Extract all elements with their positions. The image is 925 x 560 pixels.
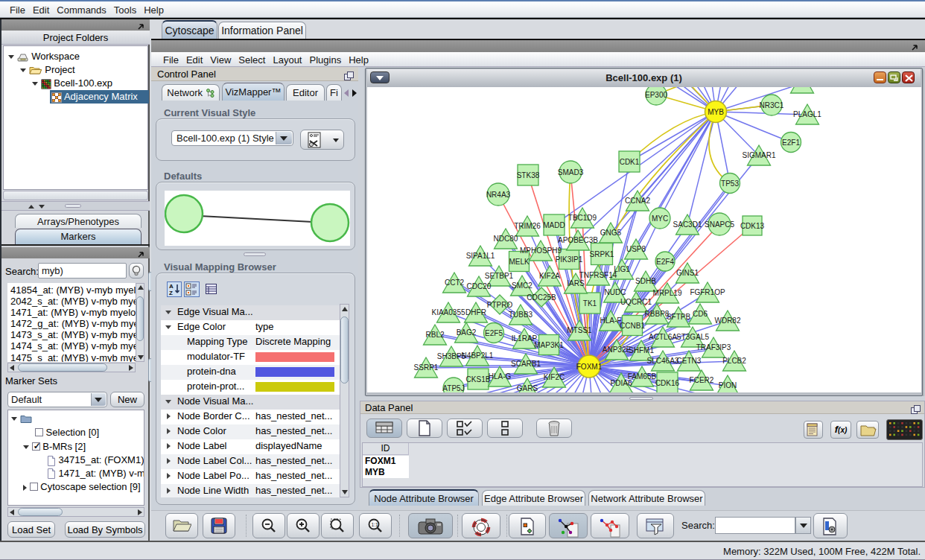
svg-text:WDR82: WDR82 <box>714 316 740 325</box>
svg-text:FOXM1: FOXM1 <box>576 363 603 371</box>
svg-text:HLA-F: HLA-F <box>600 316 622 325</box>
svg-text:PLCB2: PLCB2 <box>722 357 746 365</box>
svg-text:USP8: USP8 <box>626 245 646 253</box>
svg-text:E2F1: E2F1 <box>782 139 800 147</box>
svg-text:MADD: MADD <box>543 221 565 229</box>
svg-text:Z: Z <box>169 290 173 296</box>
svg-text:SAC3D1: SAC3D1 <box>673 220 702 229</box>
svg-text:RBBP8: RBBP8 <box>645 310 670 318</box>
svg-text:UQCRC1: UQCRC1 <box>620 298 652 306</box>
svg-text:1:1: 1:1 <box>372 522 378 527</box>
svg-text:TRIM26: TRIM26 <box>514 222 541 230</box>
svg-text:CDK13: CDK13 <box>740 222 765 230</box>
svg-text:KIF2A: KIF2A <box>539 272 560 280</box>
svg-text:MYC: MYC <box>652 214 668 223</box>
svg-text:CDK1: CDK1 <box>620 158 640 166</box>
svg-text:GINS1: GINS1 <box>676 269 699 277</box>
svg-text:DHFR: DHFR <box>465 308 486 316</box>
svg-text:N4BP2L1: N4BP2L1 <box>462 351 494 360</box>
svg-text:MTSS1: MTSS1 <box>567 326 592 334</box>
svg-text:TK1: TK1 <box>583 299 597 308</box>
svg-text:SSRP1: SSRP1 <box>414 363 439 372</box>
svg-text:TBC1D9: TBC1D9 <box>568 214 597 222</box>
svg-text:SDHB: SDHB <box>635 277 656 285</box>
svg-text:MAP3K1: MAP3K1 <box>534 341 564 349</box>
svg-text:SNAPC5: SNAPC5 <box>705 220 734 229</box>
svg-text:CDC20: CDC20 <box>467 282 492 290</box>
svg-text:PTPRO: PTPRO <box>487 301 513 309</box>
svg-text:NDC80: NDC80 <box>494 235 518 243</box>
svg-text:TRAF3IP3: TRAF3IP3 <box>696 343 731 351</box>
svg-text:A: A <box>169 283 174 290</box>
svg-text:IARS: IARS <box>567 279 585 287</box>
svg-text:ST3GAL5: ST3GAL5 <box>676 333 709 341</box>
svg-text:ANP32E: ANP32E <box>603 346 632 354</box>
svg-text:NUDC: NUDC <box>605 288 626 296</box>
svg-text:MRPL19: MRPL19 <box>653 289 682 297</box>
svg-text:PIK3IP1: PIK3IP1 <box>556 255 583 264</box>
svg-text:SRPK1: SRPK1 <box>590 250 614 258</box>
svg-text:CDK16: CDK16 <box>655 379 680 387</box>
svg-text:ACTL6A: ACTL6A <box>649 333 677 341</box>
svg-text:CETN3: CETN3 <box>677 357 702 365</box>
svg-text:NR3C1: NR3C1 <box>760 101 784 109</box>
svg-text:CCT2: CCT2 <box>445 279 465 287</box>
svg-text:FCER2: FCER2 <box>690 376 714 384</box>
svg-text:ATP5J: ATP5J <box>442 384 464 392</box>
svg-text:CCNB1: CCNB1 <box>620 322 645 330</box>
svg-text:CDC25B: CDC25B <box>527 293 556 302</box>
svg-text:FGFR1OP: FGFR1OP <box>690 288 725 296</box>
svg-text:PLAGL1: PLAGL1 <box>793 110 821 118</box>
svg-text:SHFM1: SHFM1 <box>629 346 654 354</box>
svg-text:E2F5: E2F5 <box>485 329 503 337</box>
svg-text:MELK: MELK <box>509 258 530 266</box>
svg-text:SMAD3: SMAD3 <box>558 168 584 176</box>
svg-text:MPHOSPH9: MPHOSPH9 <box>520 246 562 255</box>
svg-text:KIAA0355: KIAA0355 <box>431 308 465 316</box>
svg-text:PION: PION <box>719 381 737 389</box>
svg-text:MYB: MYB <box>708 108 724 116</box>
svg-text:GARS: GARS <box>517 384 538 392</box>
svg-text:NR4A3: NR4A3 <box>486 191 511 199</box>
svg-text:SETBP1: SETBP1 <box>485 272 514 280</box>
svg-text:SIPA1L1: SIPA1L1 <box>466 252 495 260</box>
svg-text:KIF2C: KIF2C <box>544 373 565 381</box>
svg-text:SLC46A3: SLC46A3 <box>647 357 679 365</box>
svg-text:EP300: EP300 <box>645 91 667 99</box>
svg-text:TNFRSF14: TNFRSF14 <box>579 271 617 279</box>
svg-text:APOBEC3B: APOBEC3B <box>558 236 598 244</box>
svg-text:RBL2: RBL2 <box>425 331 444 339</box>
svg-text:SMC2: SMC2 <box>512 281 533 290</box>
svg-text:SFTPB: SFTPB <box>667 313 691 321</box>
svg-text:TP53: TP53 <box>721 179 739 188</box>
svg-text:CCNA2: CCNA2 <box>625 197 650 205</box>
svg-text:SCARB1: SCARB1 <box>511 360 541 368</box>
svg-text:GNG5: GNG5 <box>600 229 622 237</box>
svg-text:BAG2: BAG2 <box>457 328 477 337</box>
svg-text:TUBB3: TUBB3 <box>509 311 533 319</box>
svg-text:SIGMAR1: SIGMAR1 <box>742 151 775 159</box>
svg-text:STK38: STK38 <box>517 171 540 179</box>
svg-text:HLA-G: HLA-G <box>489 372 512 381</box>
svg-text:E2F4: E2F4 <box>656 258 674 266</box>
svg-text:CKS1B: CKS1B <box>466 375 491 384</box>
svg-text:FAM65B: FAM65B <box>628 372 657 381</box>
svg-text:PDIA6: PDIA6 <box>611 379 632 387</box>
svg-text:IL1RAP: IL1RAP <box>512 334 538 343</box>
svg-text:CD6: CD6 <box>693 310 708 318</box>
